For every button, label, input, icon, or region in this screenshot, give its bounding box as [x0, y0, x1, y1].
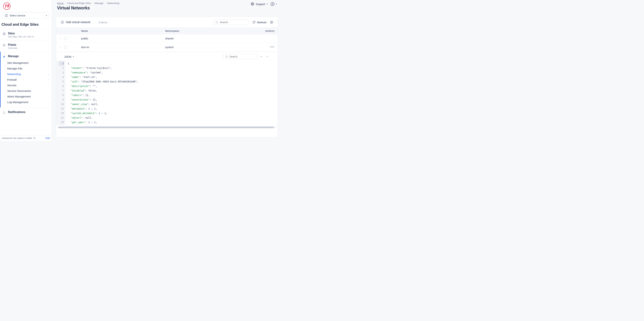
nav-item-sites[interactable]: Sites Site Map, Site List, Site S... — [0, 31, 52, 39]
sidebar-subitem-label: Service Discoveries — [7, 89, 31, 92]
service-selector-label: Select service — [10, 14, 25, 17]
globe-icon — [2, 32, 6, 36]
sidebar-subitem-label: Networking — [7, 73, 21, 76]
chevron-right-icon: › — [65, 2, 66, 5]
fold-open-icon[interactable]: ▾ — [63, 61, 64, 64]
code-line: { — [68, 61, 276, 66]
nav-item-subtitle: Overview — [8, 47, 17, 49]
svg-rect-5 — [4, 46, 5, 46]
sidebar-subitem-label: Alerts Management — [7, 95, 31, 98]
sidebar-subitem[interactable]: Site Management› — [0, 60, 52, 66]
row-actions-button[interactable]: ••• — [249, 45, 274, 49]
code-line: "owner_view": null, — [68, 102, 276, 107]
table-settings-button[interactable] — [270, 21, 274, 24]
code-line: "labels": {}, — [68, 93, 276, 98]
code-line: "disabled": false, — [68, 88, 276, 93]
collapse-row-button[interactable] — [60, 46, 62, 49]
json-editor[interactable]: 1▾234567891011▸19▸3233▸{ "tenant": "trei… — [56, 61, 278, 126]
page-title: Virtual Networks — [57, 6, 90, 11]
code-line: "uid": "2faa16b8-3d0c-4033-bac2-99fa6428… — [68, 79, 276, 84]
chevron-right-icon: › — [92, 2, 93, 5]
row-checkbox[interactable] — [64, 46, 67, 49]
row-checkbox[interactable] — [64, 37, 67, 40]
bell-icon — [2, 111, 6, 114]
chevron-down-icon: ▾ — [267, 3, 268, 5]
line-number: 7 — [59, 88, 64, 93]
line-number: 10 — [59, 102, 64, 107]
svg-point-9 — [252, 4, 253, 5]
detail-search-field[interactable] — [223, 54, 258, 59]
horizontal-scrollbar[interactable] — [58, 126, 276, 128]
chevron-right-icon: › — [48, 84, 49, 87]
support-button[interactable]: Support ▾ — [251, 2, 268, 6]
nav-item-manage[interactable]: Manage — [0, 54, 52, 59]
search-icon — [215, 21, 218, 24]
sidebar-subitem[interactable]: Networking› — [0, 71, 52, 77]
breadcrumb-item[interactable]: Home — [57, 2, 64, 5]
sidebar: Select service ▾ Cloud and Edge Sites Si… — [0, 0, 52, 141]
cell-namespace: shared — [165, 37, 249, 40]
search-input[interactable] — [220, 21, 254, 24]
sidebar-subitem[interactable]: Manage K8s› — [0, 66, 52, 71]
code-line: "namespace": "system", — [68, 70, 276, 75]
lifebuoy-icon — [251, 2, 254, 6]
code-line: "object": null, — [68, 116, 276, 120]
line-number: 3 — [59, 70, 64, 75]
apps-grid-icon — [5, 14, 8, 17]
line-number: 6 — [59, 84, 64, 88]
expand-row-button[interactable] — [60, 37, 62, 40]
col-name: Name — [81, 30, 165, 32]
line-number: 9 — [59, 98, 64, 102]
fold-closed-icon[interactable]: ▸ — [63, 111, 64, 114]
fold-closed-icon[interactable]: ▸ — [63, 107, 64, 110]
sidebar-subitem[interactable]: Log Management› — [0, 99, 52, 105]
detail-format-selector[interactable]: JSON▾ — [64, 55, 74, 58]
brand-logo — [3, 3, 10, 10]
sidebar-subitem-label: Site Management — [7, 61, 28, 64]
chevron-down-icon: ▾ — [276, 3, 277, 5]
fleet-icon — [2, 44, 6, 47]
chevron-right-icon: › — [48, 68, 49, 70]
add-virtual-network-button[interactable]: Add virtual network — [60, 21, 90, 24]
sidebar-subitem[interactable]: Alerts Management› — [0, 94, 52, 99]
line-number: 11▸ — [59, 107, 64, 111]
topbar: Home›Cloud and Edge Sites›Manage›Network… — [52, 0, 282, 13]
next-match-button[interactable] — [259, 54, 264, 59]
chevron-right-icon: › — [48, 96, 49, 98]
plus-circle-icon — [60, 21, 64, 24]
chevron-right-icon: › — [48, 79, 49, 81]
breadcrumbs: Home›Cloud and Edge Sites›Manage›Network… — [57, 2, 251, 5]
table-row: test-vnsystem••• — [56, 43, 278, 52]
sidebar-subitem-label: Manage K8s — [7, 67, 22, 70]
table-header: Name Namespace Actions — [56, 28, 278, 34]
svg-point-15 — [226, 56, 227, 57]
breadcrumb-item: Networking — [107, 2, 120, 5]
refresh-button[interactable]: Refresh — [252, 21, 266, 24]
user-avatar-icon — [270, 2, 275, 6]
nav-item-fleets[interactable]: Fleets Overview — [0, 42, 52, 51]
line-number: 8 — [59, 93, 64, 98]
cell-name: public — [81, 37, 165, 40]
search-field[interactable] — [213, 20, 249, 25]
service-selector[interactable]: Select service ▾ — [2, 12, 49, 19]
code-line: "description": "", — [68, 84, 276, 88]
breadcrumb-item[interactable]: Manage — [95, 2, 104, 5]
support-label: Support — [256, 3, 265, 6]
svg-point-14 — [271, 22, 272, 23]
row-detail-panel: JSON▾1▾234567891011▸19▸3233▸{ "tenant": … — [56, 52, 278, 126]
sidebar-subitem[interactable]: Firewall› — [0, 77, 52, 83]
nav-item-notifications[interactable]: Notifications — [0, 109, 52, 115]
user-menu[interactable]: ▾ — [270, 2, 277, 6]
scrollbar-thumb[interactable] — [58, 127, 274, 128]
refresh-label: Refresh — [257, 21, 266, 24]
breadcrumb-item[interactable]: Cloud and Edge Sites — [68, 2, 91, 5]
help-icon[interactable] — [33, 137, 36, 139]
hide-nav-link[interactable]: Hide — [45, 137, 50, 139]
nav-item-title: Notifications — [8, 111, 26, 114]
line-number: 1▾ — [59, 61, 64, 66]
fold-closed-icon[interactable]: ▸ — [63, 120, 64, 123]
detail-search-input[interactable] — [230, 55, 261, 58]
sidebar-subitem[interactable]: Secrets› — [0, 83, 52, 88]
prev-match-button[interactable] — [265, 54, 270, 59]
sidebar-subitem[interactable]: Service Discoveries — [0, 88, 52, 94]
